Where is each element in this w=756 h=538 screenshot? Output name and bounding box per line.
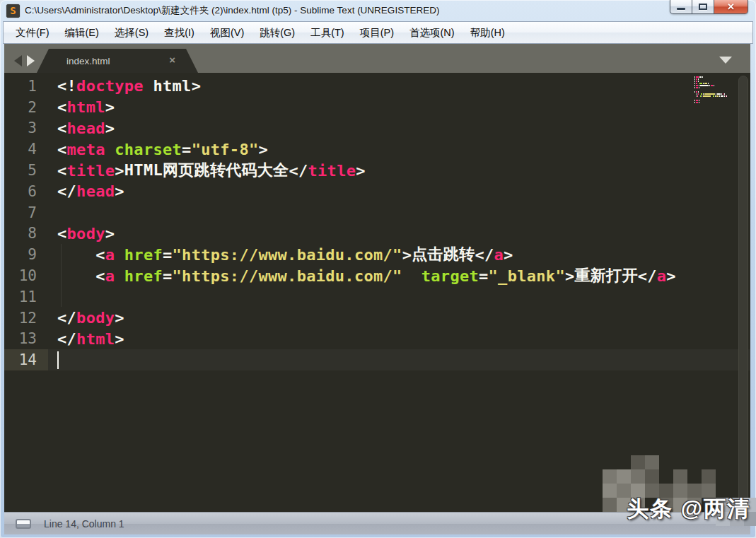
code-line[interactable]: [48, 202, 750, 223]
code-row: 14: [4, 349, 750, 370]
window-controls: ✕: [670, 0, 748, 14]
menu-item[interactable]: 查找(I): [156, 22, 202, 43]
tab-bar: index.html ×: [4, 44, 750, 73]
censored-block: [631, 469, 645, 484]
sublime-text-window: S C:\Users\Administrator\Desktop\新建文件夹 (…: [0, 0, 756, 538]
code-row: 8<body>: [4, 223, 750, 245]
code-line[interactable]: <head>: [48, 118, 750, 139]
menu-item[interactable]: 帮助(H): [463, 22, 513, 43]
tab-overflow-dropdown-icon[interactable]: [719, 57, 732, 64]
sidebar-toggle-icon[interactable]: [16, 519, 31, 529]
code-row: 11: [4, 286, 750, 308]
menu-item[interactable]: 文件(F): [8, 22, 57, 43]
line-number: 12: [4, 308, 48, 329]
window-title: C:\Users\Administrator\Desktop\新建文件夹 (2)…: [25, 4, 439, 17]
menu-item[interactable]: 视图(V): [202, 22, 252, 43]
minimize-icon: [677, 8, 685, 10]
code-row: 7: [4, 202, 750, 223]
code-row: 13</html>: [4, 329, 750, 350]
tab-scroll-left-icon[interactable]: [14, 55, 22, 66]
code-line[interactable]: [48, 286, 750, 308]
code-row: 6</head>: [4, 181, 750, 202]
censored-block: [617, 469, 631, 484]
line-number: 1: [4, 76, 48, 97]
code-row: 3<head>: [4, 118, 750, 139]
censored-block: [603, 469, 617, 484]
code-line[interactable]: <title>HTML网页跳转代码大全</title>: [48, 160, 750, 181]
menu-item[interactable]: 编辑(E): [57, 22, 107, 43]
line-number: 11: [4, 286, 48, 308]
line-number: 10: [4, 265, 48, 286]
vertical-scrollbar[interactable]: [738, 76, 748, 508]
line-number: 14: [4, 349, 48, 370]
censored-block: [645, 469, 659, 484]
tab-scroll-right-icon[interactable]: [27, 55, 35, 66]
code-row: 9 <a href="https://www.baidu.com/">点击跳转<…: [4, 244, 750, 265]
menu-bar: 文件(F)编辑(E)选择(S)查找(I)视图(V)跳转(G)工具(T)项目(P)…: [3, 21, 753, 44]
code-row: 4<meta charset="utf-8">: [4, 139, 750, 160]
minimize-button[interactable]: [670, 0, 692, 14]
tab-index-html[interactable]: index.html ×: [37, 49, 198, 73]
code-row: 10 <a href="https://www.baidu.com/" targ…: [4, 265, 750, 286]
code-line[interactable]: </head>: [48, 181, 750, 202]
maximize-button[interactable]: [692, 0, 714, 14]
sublime-text-app-icon: S: [6, 4, 20, 18]
line-number: 13: [4, 329, 48, 350]
line-number: 8: [4, 223, 48, 245]
menu-item[interactable]: 首选项(N): [402, 22, 463, 43]
line-number: 6: [4, 181, 48, 202]
censored-block: [631, 455, 645, 469]
line-number: 7: [4, 202, 48, 223]
minimap[interactable]: [694, 76, 728, 106]
code-row: 5<title>HTML网页跳转代码大全</title>: [4, 160, 750, 181]
code-line[interactable]: <html>: [48, 97, 750, 118]
code-line[interactable]: <a href="https://www.baidu.com/" target=…: [48, 265, 750, 286]
title-bar[interactable]: S C:\Users\Administrator\Desktop\新建文件夹 (…: [0, 0, 756, 21]
menu-item[interactable]: 工具(T): [303, 22, 352, 43]
censored-block: [603, 498, 617, 512]
code-area[interactable]: 1<!doctype html>2<html>3<head>4<meta cha…: [4, 76, 750, 370]
close-icon: ✕: [727, 1, 735, 12]
censored-block: [673, 469, 687, 484]
code-line[interactable]: <meta charset="utf-8">: [48, 139, 750, 160]
tab-label: index.html: [66, 56, 110, 66]
code-line[interactable]: <body>: [48, 223, 750, 245]
close-button[interactable]: ✕: [714, 0, 748, 14]
code-row: 1<!doctype html>: [4, 76, 750, 97]
menu-item[interactable]: 跳转(G): [252, 22, 303, 43]
maximize-icon: [699, 4, 707, 10]
line-number: 2: [4, 97, 48, 118]
code-line[interactable]: [48, 349, 750, 370]
line-number: 3: [4, 118, 48, 139]
line-number: 5: [4, 160, 48, 181]
code-line[interactable]: <!doctype html>: [48, 76, 750, 97]
cursor-position-status: Line 14, Column 1: [44, 518, 124, 530]
code-line[interactable]: </html>: [48, 329, 750, 350]
watermark: 头条 @两清: [627, 494, 750, 524]
menu-item[interactable]: 选择(S): [107, 22, 156, 43]
line-number: 4: [4, 139, 48, 160]
menu-item[interactable]: 项目(P): [352, 22, 402, 43]
text-cursor: [57, 351, 59, 369]
censored-block: [702, 469, 716, 484]
line-number: 9: [4, 244, 48, 265]
code-line[interactable]: </body>: [48, 308, 750, 329]
censored-block: [603, 484, 617, 498]
code-row: 12</body>: [4, 308, 750, 329]
code-editor[interactable]: 1<!doctype html>2<html>3<head>4<meta cha…: [4, 73, 750, 512]
code-line[interactable]: <a href="https://www.baidu.com/">点击跳转</a…: [48, 244, 750, 265]
censored-block: [645, 455, 659, 469]
tab-close-icon[interactable]: ×: [169, 54, 175, 66]
code-row: 2<html>: [4, 97, 750, 118]
